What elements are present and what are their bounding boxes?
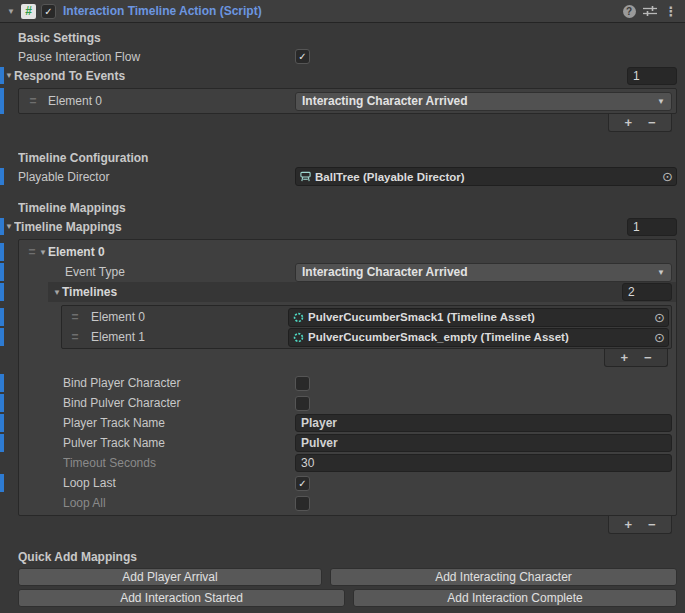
pause-interaction-flow-checkbox[interactable]: ✓ xyxy=(295,49,310,64)
override-bar xyxy=(0,218,4,235)
bind-player-character-row: Bind Player Character xyxy=(19,373,676,393)
timeline-asset-icon xyxy=(293,312,304,323)
timeline-element-label: Element 0 xyxy=(91,310,288,324)
event-type-label: Event Type xyxy=(65,265,295,279)
override-bar xyxy=(0,168,4,185)
respond-to-events-label: Respond To Events xyxy=(14,69,285,83)
timelines-list: = Element 0 PulverCucumberSmack1 (Timeli… xyxy=(61,305,672,349)
basic-settings-label: Basic Settings xyxy=(18,31,295,45)
component-foldout-icon[interactable]: ▼ xyxy=(6,7,16,16)
remove-mapping-button[interactable]: − xyxy=(648,518,656,531)
drag-handle-icon[interactable]: = xyxy=(27,98,39,104)
presets-sliders-glyph xyxy=(643,5,657,17)
override-bar xyxy=(0,474,4,492)
unity-inspector-panel: ▼ # ✓ Interaction Timeline Action (Scrip… xyxy=(0,0,685,613)
event-type-row: Event Type Interacting Character Arrived… xyxy=(19,262,676,282)
timeline-mappings-list: = ▼ Element 0 Event Type Interacting Cha… xyxy=(18,239,677,516)
respond-to-events-foldout-icon[interactable]: ▼ xyxy=(4,71,14,80)
loop-last-row: Loop Last ✓ xyxy=(19,473,676,493)
bind-pulver-character-checkbox[interactable] xyxy=(295,396,310,411)
mapping-element-foldout-icon[interactable]: ▼ xyxy=(38,248,48,257)
timeline-asset-object-field[interactable]: PulverCucumberSmack_empty (Timeline Asse… xyxy=(288,328,669,347)
more-options-kebab-icon[interactable]: ⋮ xyxy=(663,3,679,19)
bind-pulver-character-label: Bind Pulver Character xyxy=(63,396,295,410)
timeline-mappings-section-header: Timeline Mappings xyxy=(18,199,677,217)
component-body: Basic Settings Pause Interaction Flow ✓ … xyxy=(0,23,685,607)
pause-interaction-flow-label: Pause Interaction Flow xyxy=(18,50,295,64)
mapping-element-label: Element 0 xyxy=(48,245,105,259)
timeline-mappings-list-label: Timeline Mappings xyxy=(14,220,285,234)
override-bar xyxy=(0,67,4,84)
pause-interaction-flow-row: Pause Interaction Flow ✓ xyxy=(18,47,677,66)
timeline-asset-object-field[interactable]: PulverCucumberSmack1 (Timeline Asset) ⊙ xyxy=(288,308,669,327)
object-picker-icon[interactable]: ⊙ xyxy=(654,311,665,324)
help-glyph: ? xyxy=(623,5,636,18)
respond-element-label: Element 0 xyxy=(48,94,295,108)
object-picker-icon[interactable]: ⊙ xyxy=(662,170,673,183)
add-player-arrival-button[interactable]: Add Player Arrival xyxy=(18,568,322,586)
dropdown-value: Interacting Character Arrived xyxy=(302,94,468,108)
timeline-configuration-label: Timeline Configuration xyxy=(18,151,295,165)
playable-director-object-field[interactable]: BallTree (Playable Director) ⊙ xyxy=(295,167,677,186)
drag-handle-icon[interactable]: = xyxy=(69,334,81,340)
add-interaction-complete-button[interactable]: Add Interaction Complete xyxy=(353,589,677,607)
presets-icon[interactable] xyxy=(642,3,658,19)
timeline-mappings-header-row: ▼ Timeline Mappings 1 xyxy=(18,217,677,236)
component-enabled-checkbox[interactable]: ✓ xyxy=(41,4,56,19)
timeline-element-row[interactable]: = Element 1 PulverCucumberSmack_empty (T… xyxy=(62,327,671,347)
timeline-asset-icon xyxy=(293,332,304,343)
event-type-dropdown[interactable]: Interacting Character Arrived ▼ xyxy=(295,263,672,282)
timelines-list-footer: + − xyxy=(604,349,668,367)
timeline-element-label: Element 1 xyxy=(91,330,288,344)
timelines-foldout-icon[interactable]: ▼ xyxy=(52,288,62,297)
loop-last-checkbox[interactable]: ✓ xyxy=(295,476,310,491)
respond-list-footer: + − xyxy=(608,114,672,132)
timeline-mappings-list-footer: + − xyxy=(608,516,672,534)
timeout-seconds-row: Timeout Seconds xyxy=(19,453,676,473)
timelines-size-field[interactable]: 2 xyxy=(622,283,672,301)
timeline-mappings-section-label: Timeline Mappings xyxy=(18,201,295,215)
player-track-name-input[interactable] xyxy=(295,414,672,432)
respond-element-event-dropdown[interactable]: Interacting Character Arrived ▼ xyxy=(295,92,672,111)
override-bar xyxy=(0,88,4,114)
add-interaction-started-button[interactable]: Add Interaction Started xyxy=(18,589,345,607)
timeout-seconds-label: Timeout Seconds xyxy=(63,456,295,470)
override-bar xyxy=(0,308,4,326)
respond-element-row[interactable]: = Element 0 Interacting Character Arrive… xyxy=(19,89,676,113)
bind-player-character-checkbox[interactable] xyxy=(295,376,310,391)
add-element-button[interactable]: + xyxy=(624,116,632,129)
drag-handle-icon[interactable]: = xyxy=(26,249,38,255)
remove-timeline-button[interactable]: − xyxy=(644,351,652,364)
override-bar xyxy=(0,263,4,281)
object-picker-icon[interactable]: ⊙ xyxy=(654,331,665,344)
quick-add-section-header: Quick Add Mappings xyxy=(18,548,677,566)
pulver-track-name-input[interactable] xyxy=(295,434,672,452)
add-mapping-button[interactable]: + xyxy=(624,518,632,531)
quick-add-mappings-label: Quick Add Mappings xyxy=(18,550,295,564)
component-title: Interaction Timeline Action (Script) xyxy=(63,4,616,18)
chevron-down-icon: ▼ xyxy=(657,97,665,106)
playable-director-icon xyxy=(300,171,311,182)
drag-handle-icon[interactable]: = xyxy=(69,314,81,320)
playable-director-value: BallTree (Playable Director) xyxy=(315,171,465,183)
pulver-track-name-row: Pulver Track Name xyxy=(19,433,676,453)
add-timeline-button[interactable]: + xyxy=(620,351,628,364)
timeout-seconds-input[interactable] xyxy=(295,454,672,472)
remove-element-button[interactable]: − xyxy=(648,116,656,129)
override-bar xyxy=(0,394,4,412)
csharp-script-icon: # xyxy=(21,4,36,19)
add-interacting-character-button[interactable]: Add Interacting Character xyxy=(330,568,677,586)
timeline-asset-value: PulverCucumberSmack1 (Timeline Asset) xyxy=(308,311,535,323)
timeline-mappings-foldout-icon[interactable]: ▼ xyxy=(4,222,14,231)
timeline-mappings-size-field[interactable]: 1 xyxy=(627,218,677,236)
help-icon[interactable]: ? xyxy=(621,3,637,19)
override-bar xyxy=(0,414,4,432)
timeline-element-row[interactable]: = Element 0 PulverCucumberSmack1 (Timeli… xyxy=(62,307,671,327)
respond-to-events-size-field[interactable]: 1 xyxy=(627,67,677,85)
mapping-element-header-row[interactable]: = ▼ Element 0 xyxy=(19,242,676,262)
player-track-name-label: Player Track Name xyxy=(63,416,295,430)
player-track-name-row: Player Track Name xyxy=(19,413,676,433)
timelines-header-row: ▼ Timelines 2 xyxy=(48,282,676,302)
loop-all-checkbox[interactable] xyxy=(295,496,310,511)
chevron-down-icon: ▼ xyxy=(657,268,665,277)
